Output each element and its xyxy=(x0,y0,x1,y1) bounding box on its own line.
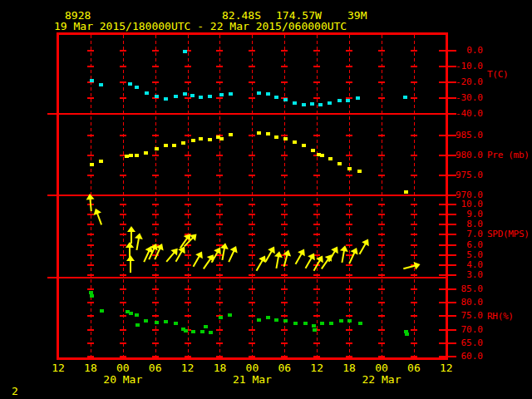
y-tick-label: 0.0 xyxy=(433,46,483,56)
grid-cross xyxy=(378,315,385,317)
grid-cross xyxy=(120,50,126,52)
data-point-pressure xyxy=(181,141,185,145)
grid-cross xyxy=(411,66,417,67)
grid-cross xyxy=(185,204,191,205)
data-point-humidity xyxy=(274,318,278,322)
grid-cross xyxy=(216,288,223,290)
data-point-humidity xyxy=(184,329,188,332)
data-point-pressure xyxy=(283,137,288,140)
grid-cross xyxy=(87,155,94,156)
grid-cross xyxy=(378,175,385,176)
grid-cross xyxy=(152,315,159,317)
y-tick-label: 85.0 xyxy=(433,284,483,294)
grid-cross xyxy=(185,356,191,357)
grid-cross xyxy=(216,224,223,225)
data-point-pressure xyxy=(144,151,148,155)
grid-cross xyxy=(185,302,191,303)
grid-cross xyxy=(216,214,223,215)
grid-cross xyxy=(346,342,352,344)
grid-cross xyxy=(216,50,223,52)
data-point-temperature xyxy=(274,96,278,99)
y-tick-label: 70.0 xyxy=(433,325,483,335)
grid-cross xyxy=(249,356,255,357)
x-tick-label: 12 xyxy=(306,362,328,373)
grid-cross xyxy=(152,356,159,357)
grid-cross xyxy=(313,302,320,303)
grid-cross xyxy=(411,302,417,303)
grid-cross xyxy=(346,234,352,235)
data-point-humidity xyxy=(200,330,204,333)
grid-cross xyxy=(87,254,94,256)
data-point-temperature xyxy=(183,92,187,96)
x-tick-label: 18 xyxy=(80,362,101,373)
y-tick-label: 80.0 xyxy=(433,298,483,308)
grid-cross xyxy=(185,315,191,317)
grid-cross xyxy=(249,302,255,303)
y-tick-label: 5.0 xyxy=(433,250,483,260)
time-period: 19 Mar 2015/180000UTC - 22 Mar 2015/0600… xyxy=(54,21,347,32)
data-point-pressure xyxy=(208,138,212,141)
grid-cross xyxy=(411,288,417,290)
grid-cross xyxy=(87,97,94,99)
grid-cross xyxy=(216,66,223,67)
data-point-pressure xyxy=(266,132,270,135)
grid-cross xyxy=(281,155,288,156)
page-number: 2 xyxy=(12,386,18,397)
grid-cross xyxy=(87,224,94,225)
y-tick-label: 60.0 xyxy=(433,352,483,362)
wind-arrow-head xyxy=(126,255,135,261)
grid-cross xyxy=(87,264,94,266)
grid-cross xyxy=(216,234,223,235)
data-point-temperature xyxy=(257,91,261,95)
grid-cross xyxy=(313,81,320,83)
grid-cross xyxy=(249,175,255,176)
grid-cross xyxy=(346,274,352,276)
grid-cross xyxy=(281,175,288,176)
wind-arrow xyxy=(125,256,136,274)
grid-cross xyxy=(378,50,385,52)
data-point-humidity xyxy=(135,313,139,317)
grid-cross xyxy=(185,66,191,67)
grid-cross xyxy=(378,329,385,331)
data-point-temperature xyxy=(310,102,314,106)
grid-cross xyxy=(281,302,288,303)
data-point-humidity xyxy=(129,312,133,315)
grid-cross xyxy=(120,342,126,344)
panel-label: RH(%) xyxy=(487,312,514,322)
data-point-temperature xyxy=(346,99,350,102)
grid-cross xyxy=(152,50,159,52)
grid-cross xyxy=(281,244,288,246)
y-tick-label: 6.0 xyxy=(433,240,483,250)
data-point-pressure xyxy=(172,144,176,147)
gridline-vertical xyxy=(123,35,124,357)
data-point-pressure xyxy=(357,170,362,173)
data-point-temperature xyxy=(266,92,270,96)
panel-label: SPD(MPS) xyxy=(487,229,530,239)
grid-cross xyxy=(87,315,94,317)
grid-cross xyxy=(152,302,159,303)
grid-cross xyxy=(378,224,385,225)
wind-arrow-head xyxy=(86,193,95,200)
grid-cross xyxy=(87,342,94,344)
grid-cross xyxy=(152,155,159,156)
grid-cross xyxy=(216,302,223,303)
grid-cross xyxy=(378,214,385,215)
grid-cross xyxy=(313,342,320,344)
data-point-humidity xyxy=(313,328,317,332)
grid-cross xyxy=(378,264,385,266)
data-point-temperature xyxy=(208,95,212,98)
grid-cross xyxy=(411,356,417,357)
grid-cross xyxy=(185,342,191,344)
grid-cross xyxy=(249,135,255,136)
data-point-pressure xyxy=(229,133,233,136)
grid-cross xyxy=(249,50,255,52)
grid-cross xyxy=(216,342,223,344)
grid-cross xyxy=(216,155,223,156)
grid-cross xyxy=(313,175,320,176)
grid-cross xyxy=(152,204,159,205)
grid-cross xyxy=(378,244,385,246)
grid-cross xyxy=(87,175,94,176)
grid-cross xyxy=(313,97,320,99)
grid-cross xyxy=(346,175,352,176)
data-point-pressure xyxy=(199,137,203,140)
